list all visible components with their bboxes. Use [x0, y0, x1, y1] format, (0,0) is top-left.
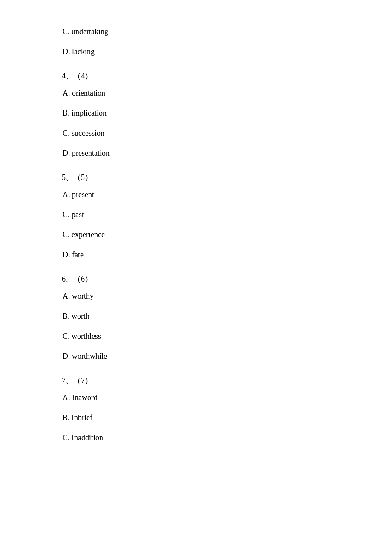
option-c-undertaking: C. undertaking [62, 26, 330, 38]
option-6c-worthless: C. worthless [62, 330, 330, 343]
option-7b-inbrief: B. Inbrief [62, 412, 330, 424]
option-5a: A. present [62, 189, 330, 201]
page-content: C. undertaking D. lacking 4、（4） A. orien… [62, 26, 330, 444]
question-6-number: 6、（6） [62, 273, 330, 285]
option-7c-inaddition: C. Inaddition [62, 432, 330, 444]
option-d-lacking: D. lacking [62, 46, 330, 58]
option-5c: C. experience [62, 229, 330, 241]
option-6b-worth: B. worth [62, 310, 330, 323]
option-5d: D. fate [62, 249, 330, 261]
option-4b: B. implication [62, 107, 330, 119]
option-4c: C. succession [62, 127, 330, 139]
option-7a-inaword: A. Inaword [62, 392, 330, 404]
question-4-number: 4、（4） [62, 70, 330, 82]
option-6d-worthwhile: D. worthwhile [62, 350, 330, 363]
question-7-number: 7、（7） [62, 375, 330, 387]
option-6a-worthy: A. worthy [62, 290, 330, 302]
option-5b: C. past [62, 209, 330, 221]
option-4a: A. orientation [62, 87, 330, 99]
option-4d: D. presentation [62, 147, 330, 160]
question-5-number: 5、（5） [62, 171, 330, 184]
